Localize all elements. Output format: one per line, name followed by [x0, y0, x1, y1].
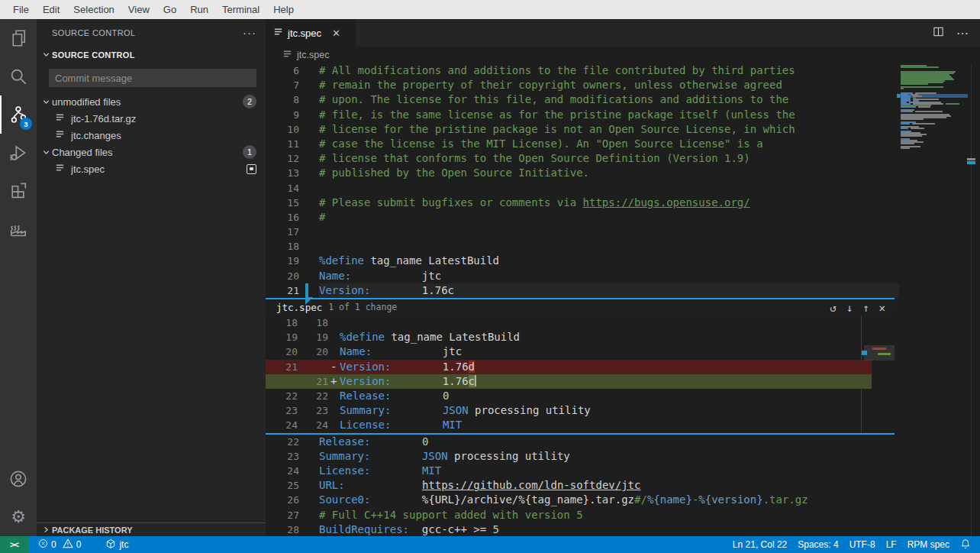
code-line-22[interactable]: 22Release: 0 — [266, 435, 980, 449]
diff-sign — [328, 403, 340, 418]
diff-row[interactable]: 2323Summary: JSON processing utility — [266, 403, 895, 418]
code-line-7[interactable]: 7# remain the property of their copyrigh… — [266, 78, 980, 92]
tree-group-changed-files[interactable]: Changed files1 — [37, 144, 266, 160]
code-line-6[interactable]: 6# All modifications and additions to th… — [266, 63, 980, 78]
code-token: %{version} — [698, 493, 762, 506]
menu-item-run[interactable]: Run — [183, 2, 215, 18]
sidebar-item-build-service[interactable] — [0, 210, 37, 248]
line-number: 28 — [266, 522, 299, 536]
tree-file-jtc-changes[interactable]: jtc.changes — [37, 127, 266, 144]
tree-file-jtc-1-76d-tar-gz[interactable]: jtc-1.76d.tar.gz — [37, 110, 266, 127]
code-line-27[interactable]: 27# Full C++14 support added with versio… — [266, 508, 980, 522]
menu-item-terminal[interactable]: Terminal — [215, 2, 266, 18]
package-history-section[interactable]: PACKAGE HISTORY — [37, 522, 266, 536]
diff-code-text: Version: 1.76d — [340, 360, 475, 374]
diff-row[interactable]: 2222Release: 0 — [266, 389, 895, 403]
extensions-icon — [9, 182, 27, 200]
commit-message-input[interactable] — [49, 69, 256, 87]
chevron-down-icon — [40, 147, 52, 158]
notifications-button[interactable] — [955, 536, 980, 553]
encoding-status[interactable]: UTF-8 — [844, 536, 881, 553]
tab-jtc-spec[interactable]: jtc.spec ✕ — [266, 19, 356, 47]
editor-more-actions-icon[interactable]: ⋯ — [956, 26, 969, 40]
code-line-8[interactable]: 8# upon. The license for this file, and … — [266, 92, 980, 107]
line-number: 24 — [266, 464, 299, 478]
sidebar-item-extensions[interactable] — [0, 172, 37, 210]
code-token: # remain the property of their copyright… — [319, 79, 782, 91]
code-text: # published by the Open Source Initiativ… — [299, 166, 589, 180]
code-text: URL: https://github.com/ldn-softdev/jtc — [299, 478, 640, 493]
menu-item-help[interactable]: Help — [266, 2, 301, 18]
remote-indicator[interactable]: >< — [0, 536, 28, 553]
code-line-17[interactable]: 17 — [266, 225, 980, 239]
code-line-19[interactable]: 19%define tag_name LatestBuild — [266, 254, 980, 268]
code-line-14[interactable]: 14 — [266, 181, 980, 196]
minimap[interactable] — [899, 63, 968, 536]
diff-modified-line-number: 19 — [298, 330, 328, 344]
code-line-23[interactable]: 23Summary: JSON processing utility — [266, 449, 980, 464]
code-line-11[interactable]: 11# case the license is the MIT License)… — [266, 137, 980, 151]
next-change-icon[interactable]: ↓ — [846, 302, 853, 313]
sidebar-item-source-control[interactable]: 3 — [0, 95, 37, 134]
tree-file-jtc-spec[interactable]: jtc.spec — [37, 160, 266, 177]
scm-provider-header[interactable]: SOURCE CONTROL — [37, 46, 266, 64]
menu-item-selection[interactable]: Selection — [66, 2, 121, 18]
line-number: 16 — [266, 210, 299, 225]
discard-change-icon[interactable]: ↺ — [830, 302, 836, 313]
code-line-20[interactable]: 20Name: jtc — [266, 269, 980, 283]
eol-status[interactable]: LF — [881, 536, 902, 553]
code-text: # upon. The license for this file, and m… — [299, 92, 788, 107]
more-actions-icon[interactable]: ··· — [243, 26, 256, 39]
code-line-10[interactable]: 10# license for the pristine package is … — [266, 122, 980, 137]
accounts-button[interactable] — [0, 460, 37, 498]
diff-row[interactable]: 2020Name: jtc — [266, 344, 895, 359]
code-token: Version: — [340, 361, 391, 373]
diff-row-del[interactable]: 21-Version: 1.76d — [266, 360, 895, 374]
sidebar-title: SOURCE CONTROL — [52, 28, 136, 37]
code-line-15[interactable]: 15# Please submit bugfixes or comments v… — [266, 196, 980, 210]
file-icon — [55, 112, 67, 125]
sidebar-item-run-debug[interactable] — [0, 134, 37, 172]
problems-status[interactable]: 0 0 — [33, 536, 86, 553]
menu-item-go[interactable]: Go — [156, 2, 183, 18]
code-line-18[interactable]: 18 — [266, 239, 980, 254]
language-mode-status[interactable]: RPM spec — [902, 536, 955, 553]
close-icon[interactable]: ✕ — [332, 27, 340, 39]
code-line-26[interactable]: 26Source0: %{URL}/archive/%{tag_name}.ta… — [266, 493, 980, 507]
project-status[interactable]: jtc — [100, 536, 134, 553]
code-line-24[interactable]: 24License: MIT — [266, 464, 980, 478]
diff-original-line-number: 18 — [266, 315, 298, 330]
code-line-16[interactable]: 16# — [266, 210, 980, 225]
menu-item-view[interactable]: View — [121, 2, 156, 18]
line-number: 11 — [266, 137, 299, 151]
tree-group-unmodified-files[interactable]: unmodified files2 — [37, 93, 266, 110]
previous-change-icon[interactable]: ↑ — [862, 302, 869, 313]
editor-content[interactable]: 6# All modifications and additions to th… — [266, 63, 980, 536]
code-line-28[interactable]: 28BuildRequires: gcc-c++ >= 5 — [266, 522, 980, 536]
split-editor-icon[interactable] — [933, 26, 944, 40]
tree-item-label: Changed files — [52, 147, 243, 158]
diff-peek-body[interactable]: 18181919%define tag_name LatestBuild2020… — [266, 315, 895, 433]
sidebar-item-explorer[interactable] — [0, 19, 37, 57]
scm-file-tree: unmodified files2jtc-1.76d.tar.gzjtc.cha… — [37, 93, 266, 177]
diff-row[interactable]: 1919%define tag_name LatestBuild — [266, 330, 895, 344]
code-line-13[interactable]: 13# published by the Open Source Initiat… — [266, 166, 980, 180]
sidebar-item-search[interactable] — [0, 57, 37, 95]
breadcrumb[interactable]: jtc.spec — [266, 47, 980, 63]
source-control-sidebar: SOURCE CONTROL ··· SOURCE CONTROL unmodi… — [37, 19, 266, 536]
code-line-25[interactable]: 25URL: https://github.com/ldn-softdev/jt… — [266, 478, 980, 493]
menu-item-edit[interactable]: Edit — [36, 2, 66, 18]
indentation-status[interactable]: Spaces: 4 — [792, 536, 843, 553]
diff-row-add[interactable]: 21+Version: 1.76c — [266, 374, 895, 389]
diff-row[interactable]: 1818 — [266, 315, 895, 330]
code-line-9[interactable]: 9# file, is the same license as for the … — [266, 108, 980, 122]
close-peek-icon[interactable]: ✕ — [879, 302, 885, 313]
menu-item-file[interactable]: File — [6, 2, 36, 18]
cursor-position-status[interactable]: Ln 21, Col 22 — [727, 536, 792, 553]
code-token: # license for the pristine package is no… — [319, 123, 795, 135]
code-line-12[interactable]: 12# license that conforms to the Open So… — [266, 151, 980, 166]
settings-button[interactable]: ⚙ — [0, 498, 37, 536]
account-icon — [9, 470, 27, 488]
diff-row[interactable]: 2424License: MIT — [266, 418, 895, 432]
code-line-21[interactable]: 21Version: 1.76c — [266, 283, 980, 298]
